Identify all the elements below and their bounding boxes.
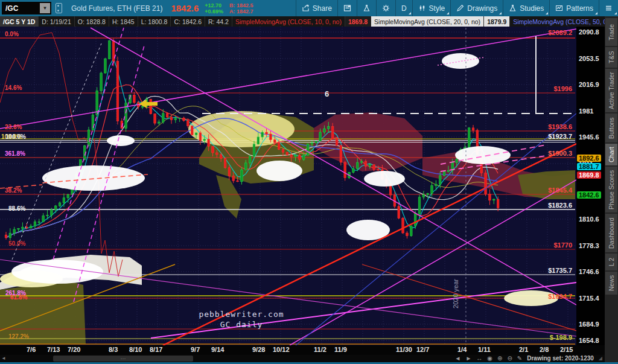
sidebar-tab-news[interactable]: News xyxy=(605,272,617,295)
flask-icon xyxy=(509,4,517,12)
price-bubble: 1892.6 xyxy=(577,155,601,162)
time-axis-tick: 12/7 xyxy=(416,346,429,353)
price-axis-tick: 1684.9 xyxy=(579,321,599,328)
patterns-button[interactable]: Patterns xyxy=(549,0,599,16)
pan-left-icon[interactable]: ◄ xyxy=(455,355,461,362)
sidebar-tab-active-trader[interactable]: Active Trader xyxy=(605,69,617,112)
fib-level-label: 50.0% xyxy=(8,240,25,247)
time-axis-tick: 7/20 xyxy=(68,346,80,353)
chart-toolbar: /GC ▼ Gold Futures, ETH (FEB 21) 1842.6 … xyxy=(0,0,618,16)
chart-scroll-row: ◄ ⋯ ◄►↔◉⊕⊖✎ Drawing set: 2020-1230 ◢ xyxy=(0,355,605,362)
settings-button[interactable] xyxy=(376,0,395,16)
symbol-dropdown-icon[interactable]: ▼ xyxy=(40,3,50,13)
share-button[interactable]: Share xyxy=(296,0,337,16)
draw-icon[interactable]: ✎ xyxy=(517,355,522,362)
price-axis-tick: 1945.6 xyxy=(579,133,599,141)
reset-view-icon[interactable]: ◉ xyxy=(487,355,492,362)
time-axis-tick: 10/12 xyxy=(273,346,290,353)
menu-list-icon xyxy=(605,4,613,12)
timeframe-button[interactable]: D xyxy=(395,0,412,16)
zoom-in-icon[interactable]: ⊕ xyxy=(497,355,502,362)
price-target-label: $1770 xyxy=(506,241,572,249)
price-target-label: $1845.4 xyxy=(506,187,572,194)
scroll-back-icon[interactable]: ◄ xyxy=(1,356,6,362)
studies-button[interactable]: Studies xyxy=(503,0,549,16)
fib-level-label: 0.0% xyxy=(5,31,19,37)
symbol-value[interactable]: /GC xyxy=(2,4,40,13)
time-axis-tick: 11/9 xyxy=(334,346,347,353)
chart-plot-svg[interactable] xyxy=(0,27,576,345)
thinkorswim-window: /GC ▼ Gold Futures, ETH (FEB 21) 1842.6 … xyxy=(0,0,618,364)
ohlc-fields: D: 1/19/21O: 1828.8H: 1845L: 1800.8C: 18… xyxy=(39,16,232,27)
price-axis-tick: 1654.8 xyxy=(579,337,599,344)
fib-level-label: 361.8% xyxy=(5,150,25,157)
pan-right-icon[interactable]: ► xyxy=(465,355,471,362)
time-axis-tick: 9/7 xyxy=(191,346,200,353)
price-change: +12.70 +0.69% xyxy=(205,2,223,14)
wave-count-label: 6 xyxy=(325,89,329,98)
beaker-icon xyxy=(363,4,371,12)
symbol-timeframe[interactable]: /GC 5 Y 1D xyxy=(0,16,39,27)
price-target-label: $1900.3 xyxy=(506,150,572,157)
time-axis-tick: 8/3 xyxy=(109,346,118,353)
sidebar-tab-phase-scores[interactable]: Phase Scores xyxy=(605,167,617,212)
study-sma10-value: 1869.8 xyxy=(345,16,371,27)
drawings-button[interactable]: Drawings xyxy=(450,0,503,16)
price-target-label: $-198.9 xyxy=(506,334,572,341)
sidebar-tab-chart[interactable]: Chart xyxy=(605,144,617,165)
fib-level-label: 100.0% xyxy=(5,133,26,140)
right-sidebar: TradeT&SActive TraderButtonsChartPhase S… xyxy=(605,16,618,362)
time-axis-tick: 1/4 xyxy=(457,346,467,353)
price-axis-tick: 2090.8 xyxy=(579,28,599,36)
ohlc-field: R: 44.2 xyxy=(205,16,232,27)
ohlc-field: C: 1842.6 xyxy=(171,16,205,27)
resize-corner-icon: ◢ xyxy=(599,355,602,362)
price-axis[interactable]: 2090.82053.52016.919811945.619111810.617… xyxy=(576,27,605,345)
study-sma50-label[interactable]: SimpleMovingAvg (CLOSE, 50, 0,... xyxy=(510,16,605,27)
style-button[interactable]: Style xyxy=(412,0,451,16)
time-axis-tick: 7/6 xyxy=(27,346,36,353)
drawing-set-button[interactable]: Drawing set: 2020-1230 xyxy=(527,355,594,362)
time-axis-tick: 1/11 xyxy=(478,346,491,353)
price-target-label: $1923.7 xyxy=(506,133,572,140)
quick-study-button[interactable] xyxy=(357,0,376,16)
last-price: 1842.6 xyxy=(171,3,199,13)
watermark-line2: GC daily xyxy=(178,320,305,329)
year-divider-label: 2020 year xyxy=(452,279,459,308)
price-target-label: $1996 xyxy=(506,85,572,92)
notes-icon xyxy=(343,4,351,12)
time-axis[interactable]: 7/67/137/208/38/108/179/79/149/2810/1211… xyxy=(0,345,605,355)
price-axis-tick: 2053.5 xyxy=(579,55,599,62)
fib-level-label: 261.8% xyxy=(5,290,26,296)
study-sma10-label[interactable]: SimpleMovingAvg (CLOSE, 10, 0, no) xyxy=(232,16,345,27)
symbol-input[interactable]: /GC ▼ xyxy=(2,2,51,14)
bid-ask: B: 1842.5 A: 1842.7 xyxy=(229,2,253,14)
time-axis-tick: 2/8 xyxy=(540,346,549,353)
time-axis-tick: 7/13 xyxy=(47,346,60,353)
price-bubble: 1842.6 xyxy=(577,191,601,199)
price-axis-tick: 1746.6 xyxy=(579,268,599,275)
price-axis-tick: 1810.6 xyxy=(579,216,599,223)
time-axis-tick: 2/15 xyxy=(560,346,573,353)
sidebar-tab-t-s[interactable]: T&S xyxy=(605,47,617,68)
scrollbar-grip: ⋯ xyxy=(121,356,126,362)
zoom-out-icon[interactable]: ⊖ xyxy=(507,355,512,362)
chart-canvas[interactable]: 0.0%14.6%23.6%100.0%100.0%361.8%38.2%88.… xyxy=(0,27,576,345)
fib-level-label: 88.6% xyxy=(8,205,25,212)
sidebar-tab-buttons[interactable]: Buttons xyxy=(605,113,617,142)
link-icon[interactable] xyxy=(56,3,62,13)
sidebar-tab-l-2[interactable]: L 2 xyxy=(605,254,617,270)
time-axis-tick: 9/28 xyxy=(252,346,265,353)
price-axis-tick: 1981 xyxy=(579,107,593,115)
time-axis-tick: 11/2 xyxy=(314,346,327,353)
ohlc-field: H: 1845 xyxy=(109,16,138,27)
scrollbar-handle[interactable]: ⋯ xyxy=(53,356,193,362)
sidebar-tab-trade[interactable]: Trade xyxy=(605,18,617,46)
chart-menu-button[interactable] xyxy=(599,0,618,16)
price-target-label: $1823.6 xyxy=(506,202,572,209)
pan-horizontal-icon[interactable]: ↔ xyxy=(476,355,482,362)
sidebar-tab-dashboard[interactable]: Dashboard xyxy=(605,214,617,252)
price-target-label: $1735.7 xyxy=(506,267,572,274)
notes-button[interactable] xyxy=(337,0,357,16)
study-sma20-label[interactable]: SimpleMovingAvg (CLOSE, 20, 0, no) xyxy=(371,16,484,27)
